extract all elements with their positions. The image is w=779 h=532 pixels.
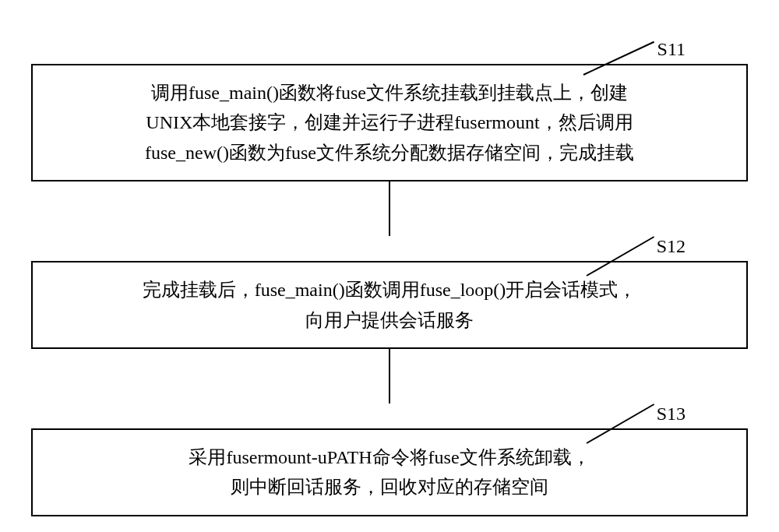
step-1-text: 调用fuse_main()函数将fuse文件系统挂载到挂载点上，创建 UNIX本… [145, 78, 634, 167]
connector-2-3 [389, 349, 390, 403]
step-2-box: 完成挂载后，fuse_main()函数调用fuse_loop()开启会话模式， … [31, 261, 748, 349]
step-2-text: 完成挂载后，fuse_main()函数调用fuse_loop()开启会话模式， … [143, 275, 637, 335]
step-3-label-text: S13 [657, 403, 686, 424]
step-2-container: S12 完成挂载后，fuse_main()函数调用fuse_loop()开启会话… [31, 236, 748, 349]
step-1-container: S11 调用fuse_main()函数将fuse文件系统挂载到挂载点上，创建 U… [31, 39, 748, 181]
step-2-label: S12 [657, 236, 686, 257]
step-1-box: 调用fuse_main()函数将fuse文件系统挂载到挂载点上，创建 UNIX本… [31, 64, 748, 181]
step-3-text: 采用fusermount-uPATH命令将fuse文件系统卸载， 则中断回话服务… [189, 442, 590, 502]
step-3-box: 采用fusermount-uPATH命令将fuse文件系统卸载， 则中断回话服务… [31, 428, 748, 516]
flowchart-container: S11 调用fuse_main()函数将fuse文件系统挂载到挂载点上，创建 U… [31, 16, 748, 516]
step-1-label-text: S11 [657, 39, 686, 59]
connector-1-2 [389, 181, 390, 236]
step-1-label: S11 [657, 39, 686, 60]
step-2-label-text: S12 [657, 236, 686, 256]
step-3-container: S13 采用fusermount-uPATH命令将fuse文件系统卸载， 则中断… [31, 403, 748, 516]
step-3-label: S13 [657, 403, 686, 425]
